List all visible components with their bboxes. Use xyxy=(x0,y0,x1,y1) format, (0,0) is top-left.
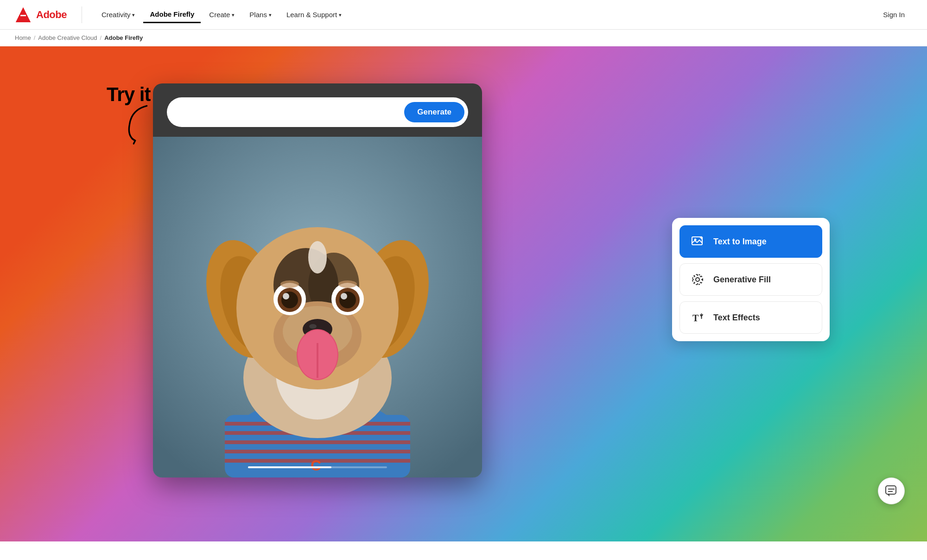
svg-point-22 xyxy=(308,241,327,274)
svg-point-32 xyxy=(283,293,289,299)
breadcrumb-current: Adobe Firefly xyxy=(104,34,143,41)
breadcrumb: Home / Adobe Creative Cloud / Adobe Fire… xyxy=(0,30,927,46)
adobe-text: Adobe xyxy=(36,9,67,21)
text-effects-label: Text Effects xyxy=(713,313,760,323)
prompt-input[interactable] xyxy=(178,108,404,116)
dog-illustration: C xyxy=(153,137,482,477)
svg-text:T: T xyxy=(692,313,699,323)
svg-rect-2 xyxy=(20,15,26,16)
generative-fill-label: Generative Fill xyxy=(713,275,771,285)
adobe-logo[interactable]: Adobe xyxy=(15,6,67,23)
nav-item-firefly[interactable]: Adobe Firefly xyxy=(143,6,201,23)
breadcrumb-sep-1: / xyxy=(34,34,36,41)
text-effects-icon: T xyxy=(689,309,706,326)
nav-divider xyxy=(82,6,82,23)
chevron-down-icon: ▾ xyxy=(339,12,342,18)
breadcrumb-creative-cloud[interactable]: Adobe Creative Cloud xyxy=(38,34,97,41)
feature-item-text-effects[interactable]: T Text Effects xyxy=(679,301,822,334)
nav-item-learn-support[interactable]: Learn & Support ▾ xyxy=(280,7,348,22)
generate-button[interactable]: Generate xyxy=(404,102,464,122)
gen-fill-icon xyxy=(689,271,706,288)
firefly-card: Generate xyxy=(153,83,482,477)
adobe-logo-icon xyxy=(15,6,32,23)
sign-in-button[interactable]: Sign In xyxy=(876,7,912,22)
svg-point-36 xyxy=(341,293,347,299)
svg-point-42 xyxy=(692,274,703,285)
chat-icon xyxy=(885,484,898,497)
image-sparkle-icon xyxy=(689,233,706,250)
svg-point-38 xyxy=(338,280,357,288)
svg-text:C: C xyxy=(311,457,321,474)
nav-item-creativity[interactable]: Creativity ▾ xyxy=(95,7,142,22)
breadcrumb-home[interactable]: Home xyxy=(15,34,31,41)
chevron-down-icon: ▾ xyxy=(132,12,135,18)
hero-section: Try it Generate xyxy=(0,46,927,541)
nav-item-plans[interactable]: Plans ▾ xyxy=(243,7,278,22)
nav-items: Creativity ▾ Adobe Firefly Create ▾ Plan… xyxy=(95,6,876,23)
svg-rect-9 xyxy=(225,440,410,444)
search-bar: Generate xyxy=(167,97,468,127)
text-to-image-label: Text to Image xyxy=(713,237,767,247)
svg-rect-45 xyxy=(886,486,896,494)
dog-image-area: C xyxy=(153,137,482,477)
feature-panel: Text to Image Generative Fill T xyxy=(672,218,830,341)
svg-rect-10 xyxy=(225,450,410,453)
chevron-down-icon: ▾ xyxy=(232,12,235,18)
svg-point-43 xyxy=(696,278,699,281)
feature-item-text-to-image[interactable]: Text to Image xyxy=(679,225,822,258)
svg-point-37 xyxy=(280,280,299,288)
svg-point-26 xyxy=(309,324,317,329)
breadcrumb-sep-2: / xyxy=(100,34,102,41)
nav-item-create[interactable]: Create ▾ xyxy=(203,7,241,22)
chevron-down-icon: ▾ xyxy=(269,12,272,18)
progress-bar-fill xyxy=(248,466,331,468)
try-it-arrow-icon xyxy=(121,102,158,148)
main-nav: Adobe Creativity ▾ Adobe Firefly Create … xyxy=(0,0,927,30)
progress-bar xyxy=(248,466,387,468)
chat-button[interactable] xyxy=(878,477,905,504)
feature-item-generative-fill[interactable]: Generative Fill xyxy=(679,263,822,296)
